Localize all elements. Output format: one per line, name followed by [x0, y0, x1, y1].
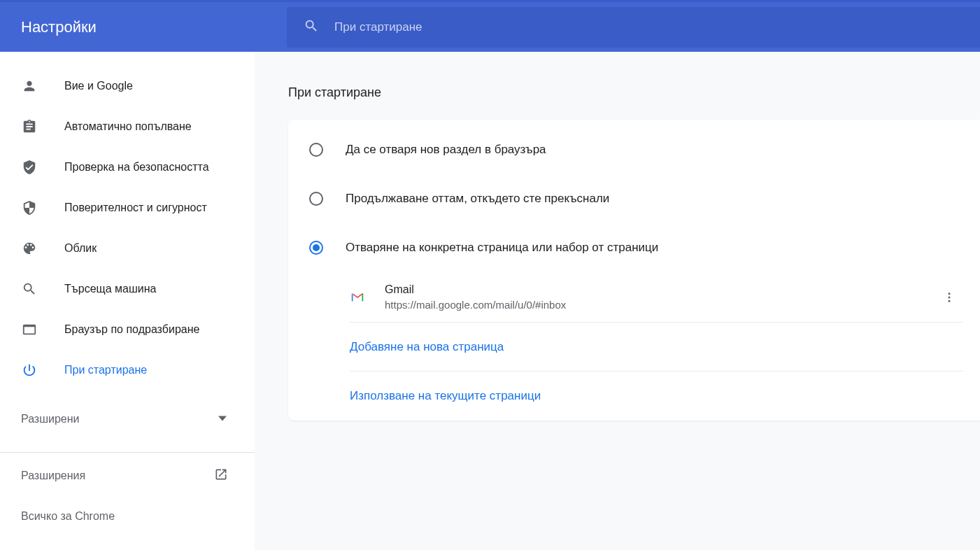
startup-page-row: Gmail https://mail.google.com/mail/u/0/#…: [350, 272, 963, 323]
svg-point-0: [949, 292, 951, 295]
sidebar-item-extensions[interactable]: Разширения: [0, 456, 255, 496]
gmail-icon: [350, 290, 365, 305]
palette-icon: [21, 240, 38, 257]
radio-label: Да се отваря нов раздел в браузъра: [346, 143, 546, 157]
sidebar-item-label: Облик: [64, 242, 97, 255]
shield-icon: [21, 199, 38, 216]
page-title: Настройки: [0, 18, 287, 36]
sidebar-item-label: Поверителност и сигурност: [64, 202, 207, 214]
search-icon: [21, 281, 38, 297]
sidebar-item-search-engine[interactable]: Търсеща машина: [0, 269, 255, 309]
sidebar-item-label: При стартиране: [64, 364, 147, 376]
person-icon: [21, 78, 38, 94]
sidebar-item-you-and-google[interactable]: Вие и Google: [0, 66, 255, 106]
advanced-toggle[interactable]: Разширени: [0, 399, 255, 439]
radio-new-tab[interactable]: Да се отваря нов раздел в браузъра: [288, 125, 980, 174]
svg-point-2: [949, 299, 951, 302]
sidebar-item-autofill[interactable]: Автоматично попълване: [0, 106, 255, 147]
content-area: При стартиране Да се отваря нов раздел в…: [255, 52, 980, 550]
header: Настройки: [0, 0, 980, 52]
sidebar-item-privacy-security[interactable]: Поверителност и сигурност: [0, 188, 255, 228]
sidebar-item-label: Браузър по подразбиране: [64, 323, 199, 336]
section-title: При стартиране: [288, 85, 980, 100]
sidebar-item-on-startup[interactable]: При стартиране: [0, 350, 255, 390]
sidebar-item-label: Търсеща машина: [64, 283, 156, 295]
search-bar[interactable]: [287, 7, 980, 48]
sidebar-item-about-chrome[interactable]: Всичко за Chrome: [0, 496, 255, 537]
use-current-row[interactable]: Използване на текущите страници: [350, 372, 963, 421]
clipboard-icon: [21, 118, 38, 135]
sidebar-item-label: Вие и Google: [64, 80, 133, 92]
radio-label: Отваряне на конкретна страница или набор…: [346, 241, 658, 255]
use-current-link[interactable]: Използване на текущите страници: [350, 389, 541, 403]
search-input[interactable]: [334, 20, 980, 34]
open-in-new-icon: [214, 467, 228, 484]
sidebar: Вие и Google Автоматично попълване Прове…: [0, 52, 255, 550]
startup-pages-list: Gmail https://mail.google.com/mail/u/0/#…: [288, 272, 980, 421]
about-label: Всичко за Chrome: [21, 510, 115, 523]
divider: [0, 452, 255, 453]
sidebar-item-appearance[interactable]: Облик: [0, 228, 255, 269]
extensions-label: Разширения: [21, 470, 85, 482]
radio-label: Продължаване оттам, откъдето сте прекъсн…: [346, 192, 609, 206]
sidebar-item-label: Автоматично попълване: [64, 120, 192, 133]
sidebar-item-label: Проверка на безопасността: [64, 161, 209, 174]
radio-icon: [309, 192, 323, 206]
radio-icon: [309, 143, 323, 157]
page-name: Gmail: [385, 283, 921, 296]
search-icon: [304, 18, 319, 36]
browser-icon: [21, 321, 38, 338]
advanced-label: Разширени: [21, 413, 80, 425]
svg-point-1: [949, 296, 951, 298]
add-page-row[interactable]: Добавяне на нова страница: [350, 323, 963, 372]
add-page-link[interactable]: Добавяне на нова страница: [350, 340, 504, 354]
sidebar-item-default-browser[interactable]: Браузър по подразбиране: [0, 309, 255, 350]
page-info: Gmail https://mail.google.com/mail/u/0/#…: [385, 283, 921, 311]
sidebar-item-safety-check[interactable]: Проверка на безопасността: [0, 147, 255, 188]
page-url: https://mail.google.com/mail/u/0/#inbox: [385, 299, 921, 311]
shield-check-icon: [21, 159, 38, 176]
radio-specific-pages[interactable]: Отваряне на конкретна страница или набор…: [288, 223, 980, 272]
more-menu-button[interactable]: [941, 291, 958, 304]
power-icon: [21, 362, 38, 379]
startup-card: Да се отваря нов раздел в браузъра Продъ…: [288, 120, 980, 421]
radio-icon: [309, 241, 323, 255]
radio-continue[interactable]: Продължаване оттам, откъдето сте прекъсн…: [288, 174, 980, 223]
chevron-down-icon: [218, 413, 227, 425]
